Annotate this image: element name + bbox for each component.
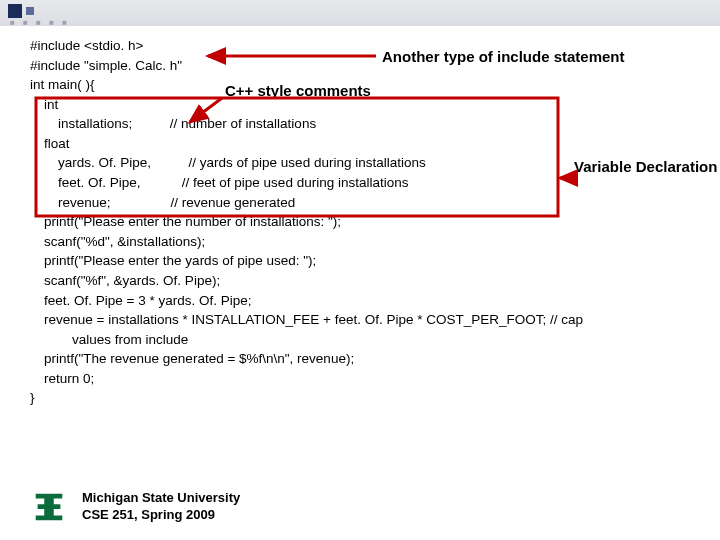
code-line: revenue; // revenue generated bbox=[30, 193, 670, 213]
code-line: installations; // number of installation… bbox=[30, 114, 670, 134]
msu-logo-icon bbox=[30, 488, 68, 526]
code-line: values from include bbox=[30, 330, 670, 350]
code-line: printf("Please enter the number of insta… bbox=[30, 212, 670, 232]
code-line: float bbox=[30, 134, 670, 154]
slide-top-strip: ■ ■ ■ ■ ■ bbox=[0, 0, 720, 26]
footer-course: CSE 251, Spring 2009 bbox=[82, 507, 240, 524]
code-line: } bbox=[30, 388, 670, 408]
label-cpp-comments: C++ style comments bbox=[225, 82, 371, 99]
code-line: scanf("%d", &installations); bbox=[30, 232, 670, 252]
code-line: printf("Please enter the yards of pipe u… bbox=[30, 251, 670, 271]
code-line: revenue = installations * INSTALLATION_F… bbox=[30, 310, 670, 330]
slide-footer: Michigan State University CSE 251, Sprin… bbox=[30, 488, 240, 526]
code-line: return 0; bbox=[30, 369, 670, 389]
label-variable-declaration: Variable Declaration bbox=[574, 158, 717, 176]
code-line: printf("The revenue generated = $%f\n\n"… bbox=[30, 349, 670, 369]
code-line: scanf("%f", &yards. Of. Pipe); bbox=[30, 271, 670, 291]
label-include-statement: Another type of include statement bbox=[382, 48, 625, 65]
footer-university: Michigan State University bbox=[82, 490, 240, 507]
decorative-dots: ■ ■ ■ ■ ■ bbox=[10, 18, 70, 27]
footer-text: Michigan State University CSE 251, Sprin… bbox=[82, 490, 240, 524]
decorative-squares bbox=[8, 4, 34, 18]
code-line: feet. Of. Pipe = 3 * yards. Of. Pipe; bbox=[30, 291, 670, 311]
